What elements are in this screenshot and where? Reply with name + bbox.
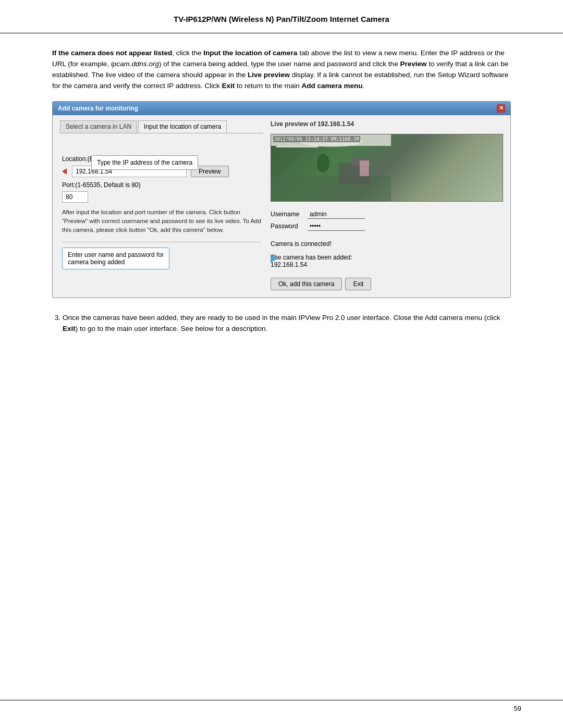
dialog-body: Select a camera in LAN Input the locatio… bbox=[53, 115, 510, 298]
svg-rect-3 bbox=[271, 176, 391, 201]
camera-added-info: The camera has been added: 192.168.1.54 bbox=[271, 254, 503, 268]
dialog-tabs: Select a camera in LAN Input the locatio… bbox=[60, 120, 263, 133]
username-input[interactable] bbox=[308, 210, 365, 219]
left-panel-inner: Type the IP address of the camera Locati… bbox=[60, 155, 263, 270]
port-row bbox=[62, 191, 261, 203]
instruction-text: After input the location and port number… bbox=[62, 208, 261, 235]
callout-bottom-wrapper: Enter user name and password for camera … bbox=[62, 248, 261, 269]
dialog-close-button[interactable]: ✕ bbox=[497, 104, 505, 113]
live-preview-label: Live preview of 192.168.1.54 bbox=[271, 120, 503, 128]
svg-rect-7 bbox=[360, 161, 369, 176]
page-footer: 59 bbox=[0, 700, 563, 712]
callout-credentials: Enter user name and password for camera … bbox=[62, 248, 169, 269]
page-title: TV-IP612P/WN (Wireless N) Pan/Tilt/Zoom … bbox=[174, 15, 389, 23]
password-input[interactable] bbox=[308, 222, 365, 231]
password-label: Password bbox=[271, 223, 304, 230]
svg-point-6 bbox=[317, 154, 329, 172]
password-row: Password bbox=[271, 222, 503, 231]
divider-1 bbox=[62, 242, 261, 242]
step3-list: Once the cameras have been added, they a… bbox=[63, 313, 511, 335]
cam-scene-svg bbox=[271, 134, 503, 201]
live-preview-image: 2012/09/06 15:14:37 VM:1168.7M bbox=[271, 134, 503, 202]
intro-preview: Preview bbox=[400, 60, 426, 68]
intro-italic: ipcam.ddns.org bbox=[111, 60, 159, 68]
intro-livepreview: Live preview bbox=[248, 71, 290, 79]
step3-item: Once the cameras have been added, they a… bbox=[63, 313, 511, 335]
username-row: Username bbox=[271, 210, 503, 219]
credentials-section: Username Password bbox=[271, 210, 503, 234]
dialog-footer-buttons: Ok, add this camera Exit bbox=[271, 278, 503, 290]
username-label: Username bbox=[271, 211, 304, 218]
tab-select-camera-lan[interactable]: Select a camera in LAN bbox=[60, 120, 137, 133]
intro-bold-1: If the camera does not appear listed bbox=[52, 49, 172, 57]
port-input[interactable] bbox=[62, 191, 88, 203]
cam-timestamp: 2012/09/06 15:14:37 VM:1168.7M bbox=[273, 136, 360, 142]
intro-paragraph: If the camera does not appear listed, cl… bbox=[52, 48, 511, 92]
dialog-title: Add camera for monitoring bbox=[58, 105, 138, 112]
intro-addcamera: Add camera menu bbox=[301, 82, 362, 90]
page-number: 59 bbox=[514, 705, 521, 712]
intro-bold-2: Input the location of camera bbox=[203, 49, 297, 57]
callout-ip-address: Type the IP address of the camera bbox=[91, 155, 198, 170]
add-camera-dialog: Add camera for monitoring ✕ Select a cam… bbox=[52, 101, 511, 298]
tab-input-location[interactable]: Input the location of camera bbox=[138, 120, 227, 133]
step3-exit-bold: Exit bbox=[63, 325, 76, 332]
dialog-titlebar: Add camera for monitoring ✕ bbox=[53, 102, 510, 115]
port-label: Port:(1-65535, Default is 80) bbox=[62, 181, 261, 189]
arrow-left-icon bbox=[62, 168, 67, 175]
ok-add-camera-button[interactable]: Ok, add this camera bbox=[271, 278, 342, 290]
arrow-right-icon bbox=[271, 254, 278, 263]
page-header: TV-IP612P/WN (Wireless N) Pan/Tilt/Zoom … bbox=[0, 0, 563, 33]
exit-button[interactable]: Exit bbox=[345, 278, 371, 290]
intro-exit: Exit bbox=[222, 82, 235, 90]
main-content: If the camera does not appear listed, cl… bbox=[0, 48, 563, 335]
dialog-right-panel: Live preview of 192.168.1.54 bbox=[271, 120, 503, 290]
dialog-left-panel: Select a camera in LAN Input the locatio… bbox=[60, 120, 263, 290]
camera-status: Camera is connected! bbox=[271, 240, 503, 248]
